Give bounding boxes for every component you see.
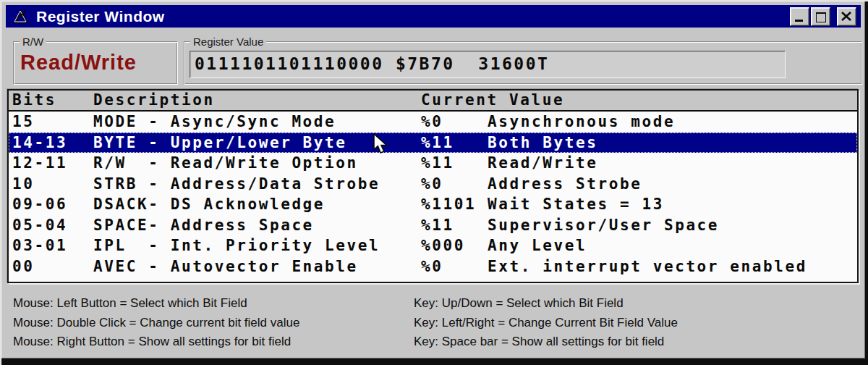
register-value-field: 0111101101110000 $7B70 31600T	[190, 51, 786, 78]
help-line: Mouse: Double Click = Change current bit…	[13, 314, 299, 333]
register-value-group-label: Register Value	[190, 35, 266, 48]
cell-desc: STRB - Address/Data Strobe	[93, 174, 380, 195]
table-row[interactable]: 03-01IPL - Int. Priority Level%000Any Le…	[9, 235, 857, 256]
header-bits: Bits	[12, 91, 56, 110]
cell-value: %0	[421, 174, 443, 195]
titlebar[interactable]: Register Window	[6, 5, 861, 28]
cell-meaning: Supervisor/User Space	[488, 215, 719, 236]
cell-bits: 09-06	[12, 194, 67, 215]
table-header: Bits Description Current Value	[9, 91, 857, 112]
cell-meaning: Any Level	[488, 235, 587, 256]
cell-meaning: Wait States = 13	[488, 194, 664, 215]
cell-desc: SPACE- Address Space	[93, 215, 314, 236]
table-row[interactable]: 14-13BYTE - Upper/Lower Byte%11Both Byte…	[9, 133, 857, 154]
register-value-text: 0111101101110000 $7B70 31600T	[190, 51, 785, 76]
maximize-icon	[816, 12, 826, 22]
cell-value: %0	[421, 256, 443, 277]
cell-meaning: Ext. interrupt vector enabled	[488, 256, 807, 277]
window-title: Register Window	[36, 8, 790, 25]
help-line: Mouse: Left Button = Select which Bit Fi…	[13, 294, 299, 314]
cell-bits: 12-11	[12, 153, 67, 174]
help-mouse: Mouse: Left Button = Select which Bit Fi…	[13, 294, 299, 352]
cell-meaning: Both Bytes	[488, 133, 597, 154]
close-icon	[841, 12, 852, 22]
register-window: Register Window R/W Read/Write Register …	[0, 0, 868, 365]
minimize-icon	[795, 20, 803, 22]
help-key: Key: Up/Down = Select which Bit FieldKey…	[414, 294, 678, 352]
window-controls	[790, 7, 856, 26]
register-value-groupbox: Register Value 0111101101110000 $7B70 31…	[184, 41, 862, 85]
minimize-button[interactable]	[790, 7, 809, 26]
help-line: Mouse: Right Button = Show all settings …	[13, 332, 299, 352]
cell-value: %11	[421, 133, 454, 154]
help-line: Key: Space bar = Show all settings for b…	[414, 332, 678, 352]
cell-bits: 14-13	[12, 133, 67, 154]
table-row[interactable]: 15MODE - Async/Sync Mode%0Asynchronous m…	[9, 112, 857, 133]
cell-value: %11	[421, 153, 454, 174]
cell-meaning: Address Strobe	[488, 174, 642, 195]
cell-meaning: Asynchronous mode	[488, 112, 675, 133]
table-row[interactable]: 10STRB - Address/Data Strobe%0Address St…	[9, 174, 857, 195]
table-row[interactable]: 12-11R/W - Read/Write Option%11Read/Writ…	[9, 153, 857, 174]
app-triangle-icon[interactable]	[12, 8, 30, 25]
cell-meaning: Read/Write	[488, 153, 597, 174]
header-current-value: Current Value	[421, 91, 564, 110]
cell-desc: BYTE - Upper/Lower Byte	[93, 133, 347, 154]
rw-value: Read/Write	[20, 51, 137, 75]
bit-field-table: Bits Description Current Value 15MODE - …	[7, 89, 859, 283]
cell-value: %11	[421, 215, 454, 236]
table-row[interactable]: 05-04SPACE- Address Space%11Supervisor/U…	[9, 215, 857, 236]
cell-bits: 15	[12, 112, 35, 133]
cell-bits: 10	[12, 174, 35, 195]
cell-desc: R/W - Read/Write Option	[93, 153, 358, 174]
cell-value: %1101	[421, 194, 476, 215]
cell-desc: MODE - Async/Sync Mode	[93, 112, 336, 133]
cell-desc: IPL - Int. Priority Level	[93, 235, 380, 256]
cell-desc: AVEC - Autovector Enable	[93, 256, 358, 277]
cell-value: %0	[421, 112, 443, 133]
rw-groupbox: R/W Read/Write	[13, 41, 178, 85]
cell-bits: 03-01	[12, 235, 67, 256]
cell-desc: DSACK- DS Acknowledge	[93, 194, 325, 215]
cell-bits: 00	[12, 256, 35, 277]
table-rows: 15MODE - Async/Sync Mode%0Asynchronous m…	[9, 112, 857, 277]
table-row[interactable]: 00AVEC - Autovector Enable%0Ext. interru…	[9, 256, 857, 277]
cell-bits: 05-04	[12, 215, 67, 236]
help-line: Key: Up/Down = Select which Bit Field	[414, 294, 678, 314]
rw-group-label: R/W	[20, 35, 46, 48]
help-line: Key: Left/Right = Change Current Bit Fie…	[414, 314, 678, 333]
header-description: Description	[93, 91, 215, 110]
maximize-button[interactable]	[811, 7, 830, 26]
close-button[interactable]	[837, 7, 856, 26]
cell-value: %000	[421, 235, 465, 256]
table-row[interactable]: 09-06DSACK- DS Acknowledge%1101Wait Stat…	[9, 194, 857, 215]
